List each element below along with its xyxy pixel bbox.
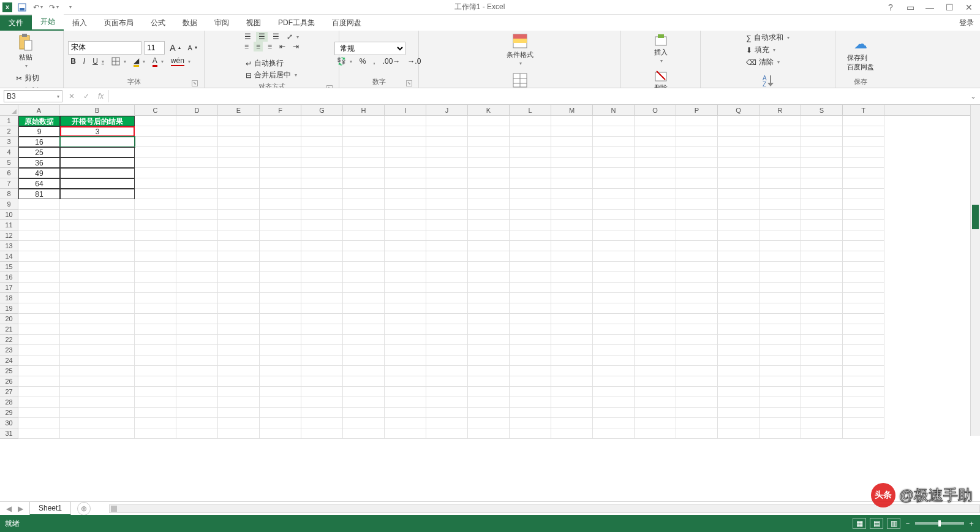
cell[interactable] — [635, 376, 676, 387]
cell[interactable] — [468, 387, 510, 397]
cell[interactable] — [218, 324, 260, 335]
cell[interactable] — [260, 126, 301, 137]
cell[interactable] — [426, 428, 468, 439]
cell[interactable] — [718, 262, 760, 272]
row-header[interactable]: 3 — [0, 137, 18, 147]
cell[interactable] — [676, 126, 718, 137]
cell[interactable] — [718, 147, 760, 158]
row-header[interactable]: 27 — [0, 387, 18, 397]
cell[interactable] — [426, 137, 468, 147]
cell[interactable] — [593, 262, 635, 272]
cell[interactable] — [301, 335, 343, 345]
cell[interactable] — [510, 418, 551, 428]
row-header[interactable]: 5 — [0, 158, 18, 168]
cell[interactable] — [801, 210, 843, 220]
row-header[interactable]: 6 — [0, 168, 18, 178]
cell[interactable] — [468, 262, 510, 272]
cell[interactable] — [635, 137, 676, 147]
column-header[interactable]: F — [260, 105, 301, 115]
cell[interactable] — [18, 418, 60, 428]
zoom-in-icon[interactable]: ＋ — [968, 519, 975, 529]
column-header[interactable]: R — [760, 105, 801, 115]
cell[interactable] — [385, 168, 426, 178]
cell[interactable] — [343, 408, 385, 418]
cell[interactable] — [426, 230, 468, 241]
cell[interactable] — [593, 303, 635, 314]
cell[interactable] — [426, 314, 468, 324]
vertical-scrollbar[interactable] — [970, 105, 980, 436]
add-sheet-button[interactable]: ⊕ — [77, 502, 91, 515]
cell[interactable] — [301, 116, 343, 126]
cell[interactable] — [343, 241, 385, 251]
column-header[interactable]: Q — [718, 105, 760, 115]
currency-button[interactable]: 💱▾ — [334, 56, 355, 66]
cell[interactable] — [176, 397, 218, 408]
cell[interactable] — [843, 116, 884, 126]
cell[interactable] — [510, 158, 551, 168]
cell[interactable] — [718, 283, 760, 293]
cell[interactable] — [135, 303, 176, 314]
cell[interactable] — [18, 355, 60, 366]
bold-button[interactable]: B — [68, 56, 78, 66]
cell[interactable] — [426, 189, 468, 199]
cell[interactable] — [343, 189, 385, 199]
cell[interactable] — [676, 262, 718, 272]
cell[interactable] — [218, 137, 260, 147]
cell[interactable] — [385, 210, 426, 220]
cell[interactable] — [260, 116, 301, 126]
cell[interactable] — [676, 210, 718, 220]
cell[interactable] — [635, 241, 676, 251]
cell[interactable] — [635, 158, 676, 168]
cell[interactable] — [218, 418, 260, 428]
cell[interactable] — [260, 428, 301, 439]
row-header[interactable]: 14 — [0, 251, 18, 262]
cell[interactable] — [760, 293, 801, 303]
cell[interactable] — [301, 199, 343, 210]
underline-button[interactable]: U▾ — [90, 56, 107, 66]
cell[interactable] — [426, 158, 468, 168]
cell[interactable] — [18, 199, 60, 210]
cell[interactable] — [593, 408, 635, 418]
cell[interactable] — [385, 272, 426, 283]
decrease-font-button[interactable]: A▾ — [186, 44, 200, 52]
cell[interactable] — [510, 230, 551, 241]
cell[interactable] — [843, 199, 884, 210]
cell[interactable] — [343, 397, 385, 408]
cell[interactable] — [635, 262, 676, 272]
align-middle-icon[interactable]: ☰ — [256, 32, 268, 42]
cell[interactable] — [18, 262, 60, 272]
cell[interactable] — [676, 324, 718, 335]
cell[interactable] — [718, 324, 760, 335]
cell[interactable] — [343, 210, 385, 220]
cell[interactable] — [551, 116, 593, 126]
increase-font-button[interactable]: A▴ — [167, 42, 183, 53]
cell[interactable] — [260, 324, 301, 335]
row-header[interactable]: 17 — [0, 283, 18, 293]
cell[interactable] — [718, 428, 760, 439]
cell[interactable] — [260, 376, 301, 387]
row-header[interactable]: 30 — [0, 418, 18, 428]
cell[interactable] — [60, 366, 135, 376]
cell[interactable] — [718, 220, 760, 230]
cell[interactable] — [801, 418, 843, 428]
cell[interactable] — [593, 314, 635, 324]
cell[interactable] — [135, 335, 176, 345]
cell[interactable] — [260, 355, 301, 366]
cell[interactable] — [301, 283, 343, 293]
cell[interactable] — [676, 408, 718, 418]
cell[interactable] — [760, 345, 801, 355]
cell[interactable] — [551, 272, 593, 283]
cell[interactable] — [468, 220, 510, 230]
font-size-input[interactable] — [144, 41, 165, 55]
cell[interactable] — [843, 366, 884, 376]
cell[interactable] — [218, 293, 260, 303]
conditional-format-button[interactable]: 条件格式▾ — [504, 32, 536, 67]
redo-icon[interactable]: ↷▾ — [48, 1, 60, 13]
cell[interactable] — [60, 355, 135, 366]
cell[interactable] — [426, 376, 468, 387]
cell[interactable] — [176, 272, 218, 283]
cell[interactable] — [426, 210, 468, 220]
cell[interactable] — [635, 230, 676, 241]
cell[interactable] — [635, 314, 676, 324]
cell[interactable] — [843, 178, 884, 189]
